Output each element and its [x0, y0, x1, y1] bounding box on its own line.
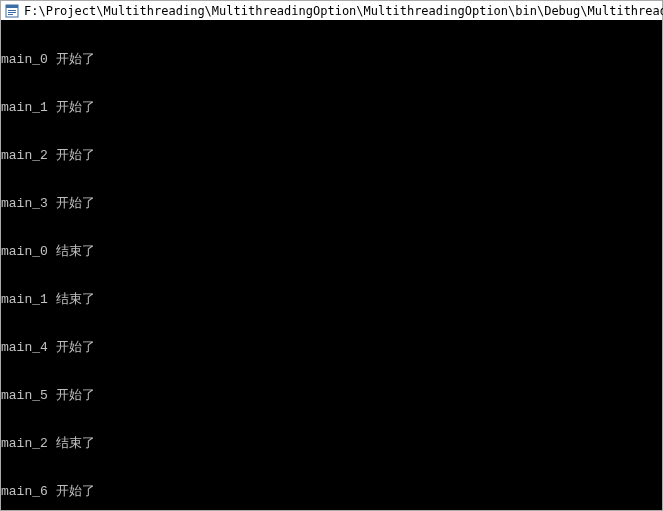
app-icon	[5, 4, 19, 18]
console-output[interactable]: main_0 开始了 main_1 开始了 main_2 开始了 main_3 …	[1, 20, 662, 510]
console-line: main_0 结束了	[1, 244, 662, 260]
console-window: F:\Project\Multithreading\Multithreading…	[0, 0, 663, 511]
svg-rect-1	[6, 5, 18, 8]
console-line: main_1 开始了	[1, 100, 662, 116]
window-title: F:\Project\Multithreading\Multithreading…	[24, 4, 663, 18]
console-line: main_3 开始了	[1, 196, 662, 212]
console-line: main_6 开始了	[1, 484, 662, 500]
console-line: main_5 开始了	[1, 388, 662, 404]
console-line: main_2 开始了	[1, 148, 662, 164]
console-line: main_4 开始了	[1, 340, 662, 356]
svg-rect-4	[8, 14, 13, 15]
console-line: main_1 结束了	[1, 292, 662, 308]
console-line: main_0 开始了	[1, 52, 662, 68]
titlebar[interactable]: F:\Project\Multithreading\Multithreading…	[1, 1, 662, 20]
console-line: main_2 结束了	[1, 436, 662, 452]
svg-rect-2	[8, 10, 16, 11]
svg-rect-3	[8, 12, 16, 13]
